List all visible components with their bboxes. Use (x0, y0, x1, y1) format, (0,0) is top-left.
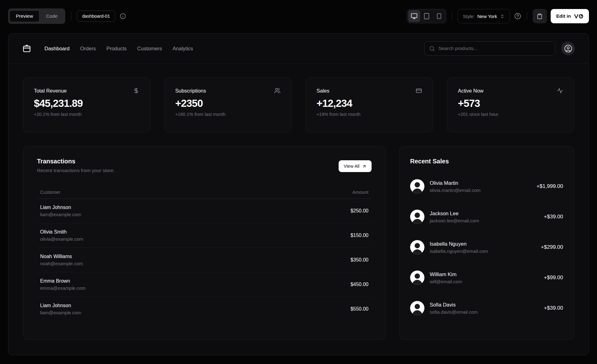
sale-amount: +$39.00 (544, 305, 563, 311)
activity-icon (557, 88, 563, 94)
stat-card-active-now: Active Now +573 +201 since last hour (447, 77, 574, 132)
sale-name: William Kim (430, 271, 462, 277)
help-circle-icon[interactable] (514, 13, 521, 20)
view-all-button[interactable]: View All (339, 160, 372, 172)
transaction-amount: $550.00 (350, 306, 368, 312)
column-amount: Amount (352, 189, 368, 195)
store-icon[interactable] (22, 44, 31, 53)
sale-amount: +$1,999.00 (536, 183, 563, 189)
users-icon (274, 88, 280, 94)
stat-change: +201 since last hour (458, 112, 563, 117)
customer-name: Olivia Smith (40, 229, 83, 235)
transactions-card: Transactions Recent transactions from yo… (23, 146, 386, 340)
customer-name: Liam Johnson (40, 205, 81, 210)
sale-name: Jackson Lee (430, 211, 479, 216)
tab-code[interactable]: Code (39, 10, 64, 22)
nav-orders[interactable]: Orders (80, 46, 96, 52)
arrow-up-right-icon (362, 164, 367, 169)
avatar (410, 240, 424, 254)
clipboard-icon (537, 13, 543, 19)
stat-value: +12,234 (317, 98, 422, 109)
sale-email: sofia.davis@email.com (430, 309, 478, 315)
stat-title: Sales (317, 88, 329, 94)
style-label: Style: (463, 14, 475, 19)
recent-sales-card: Recent Sales Olivia Martin olivia.martin… (399, 146, 574, 340)
divider (452, 12, 452, 20)
recent-sales-list: Olivia Martin olivia.martin@email.com +$… (410, 174, 563, 320)
app-navbar: Dashboard Orders Products Customers Anal… (8, 34, 589, 64)
stat-title: Subscriptions (175, 88, 206, 94)
device-toggle-group (407, 9, 446, 23)
block-name-badge: dashboard-01 (77, 11, 115, 22)
avatar (410, 179, 424, 193)
customer-email: liam@example.com (40, 212, 81, 217)
sale-amount: +$39.00 (544, 214, 563, 220)
stat-value: $45,231.89 (34, 98, 139, 109)
customer-email: emma@example.com (40, 285, 86, 291)
user-menu-button[interactable] (561, 42, 575, 55)
transaction-amount: $450.00 (350, 282, 368, 287)
transactions-table: Customer Amount Liam Johnson liam@exampl… (37, 186, 372, 321)
dashboard-content: Total Revenue $45,231.89 +20.1% from las… (8, 64, 589, 340)
avatar (410, 210, 424, 224)
sale-name: Olivia Martin (430, 180, 481, 186)
sale-email: will@email.com (430, 279, 462, 284)
customer-name: Liam Johnson (40, 303, 81, 308)
sale-email: olivia.martin@email.com (430, 188, 481, 193)
info-icon[interactable] (120, 13, 126, 19)
transactions-title: Transactions (37, 158, 372, 165)
transaction-amount: $150.00 (350, 233, 368, 238)
dollar-sign-icon (133, 88, 139, 94)
user-circle-icon (564, 44, 572, 53)
nav-dashboard[interactable]: Dashboard (44, 46, 70, 52)
sale-name: Isabella Nguyen (430, 241, 488, 247)
sale-email: isabella.nguyen@email.com (430, 248, 488, 254)
table-row: Emma Brown emma@example.com $450.00 (37, 272, 372, 297)
table-header: Customer Amount (37, 186, 372, 199)
list-item: Olivia Martin olivia.martin@email.com +$… (410, 174, 563, 198)
stat-card-total-revenue: Total Revenue $45,231.89 +20.1% from las… (23, 77, 150, 132)
divider (71, 12, 71, 20)
customer-name: Emma Brown (40, 278, 86, 284)
v0-logo (574, 14, 583, 19)
smartphone-icon[interactable] (433, 10, 445, 22)
avatar (410, 301, 424, 315)
edit-in-v0-button[interactable]: Edit in (551, 9, 589, 23)
tablet-icon[interactable] (421, 10, 433, 22)
list-item: Jackson Lee jackson.lee@email.com +$39.0… (410, 205, 563, 229)
stats-row: Total Revenue $45,231.89 +20.1% from las… (23, 77, 574, 132)
transaction-amount: $350.00 (350, 257, 368, 263)
sale-amount: +$299.00 (541, 244, 563, 250)
transactions-subtitle: Recent transactions from your store. (37, 168, 372, 173)
nav-products[interactable]: Products (106, 46, 127, 52)
search-input[interactable] (438, 46, 550, 51)
table-row: Olivia Smith olivia@example.com $150.00 (37, 223, 372, 248)
list-item: Sofia Davis sofia.davis@email.com +$39.0… (410, 296, 563, 320)
recent-sales-title: Recent Sales (410, 158, 563, 165)
nav-links: Dashboard Orders Products Customers Anal… (44, 46, 193, 52)
tab-preview[interactable]: Preview (9, 10, 39, 22)
copy-code-button[interactable] (533, 9, 547, 23)
stat-change: +180.1% from last month (175, 112, 281, 117)
view-mode-tabs: Preview Code (8, 8, 65, 24)
stat-card-sales: Sales +12,234 +19% from last month (306, 77, 433, 132)
stat-title: Active Now (458, 88, 484, 94)
style-value: New York (477, 14, 497, 19)
list-item: William Kim will@email.com +$99.00 (410, 266, 563, 290)
stat-change: +19% from last month (317, 112, 422, 117)
avatar (410, 271, 424, 285)
style-select[interactable]: Style: New York (458, 9, 510, 23)
divider (527, 12, 527, 20)
stat-card-subscriptions: Subscriptions +2350 +180.1% from last mo… (164, 77, 292, 132)
sale-amount: +$99.00 (544, 275, 563, 281)
monitor-icon[interactable] (408, 10, 420, 22)
transaction-amount: $250.00 (350, 208, 368, 214)
customer-email: noah@example.com (40, 261, 83, 266)
table-row: Liam Johnson liam@example.com $250.00 (37, 199, 372, 223)
nav-analytics[interactable]: Analytics (173, 46, 193, 52)
nav-customers[interactable]: Customers (137, 46, 162, 52)
search-icon (429, 46, 435, 52)
list-item: Isabella Nguyen isabella.nguyen@email.co… (410, 235, 563, 259)
customer-email: olivia@example.com (40, 236, 83, 242)
search-box (424, 41, 555, 56)
